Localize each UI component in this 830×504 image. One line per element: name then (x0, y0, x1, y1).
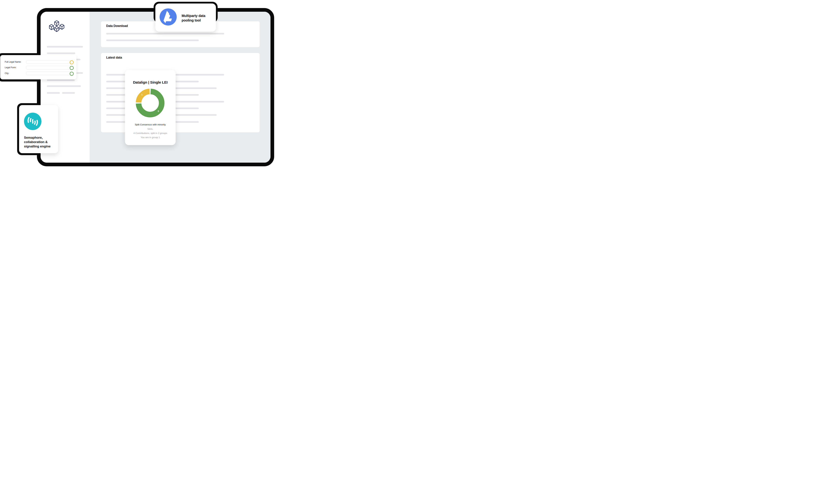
form-row: Full Legal Name: (0, 60, 76, 64)
datalign-title: Datalign | Single LEI (125, 80, 175, 85)
multiparty-tool-card: Multiparty datapooling tool (155, 3, 216, 32)
donut-segment-label: 1 (140, 94, 143, 96)
skeleton-bar (47, 92, 60, 94)
skeleton-bar (47, 46, 83, 47)
multiparty-m-bolt-icon (160, 8, 177, 26)
form-field-input[interactable] (26, 60, 71, 64)
card-title: Latest data (106, 56, 122, 60)
consensus-detail: 4 Contributions, split in 2 groups (125, 132, 175, 134)
donut-segment-label: 3 (157, 110, 160, 112)
field-status-ring-icon (70, 60, 74, 64)
field-status-ring-icon (70, 72, 74, 76)
donut-segment (138, 92, 150, 102)
lei-lookup-form-card: Full Legal Name:Legal Form:City: (0, 55, 76, 79)
form-field-input[interactable] (26, 71, 71, 75)
semaphore-title: Semaphore,collaboration &signalling engi… (24, 135, 51, 148)
form-field-input[interactable] (26, 66, 71, 69)
skeleton-bar (47, 85, 81, 87)
form-field-label: Full Legal Name: (5, 61, 21, 63)
consensus-group-note: You are in group 1 (125, 136, 175, 139)
form-field-label: City: (5, 72, 9, 74)
field-status-ring-icon (70, 66, 74, 70)
datalign-card: Datalign | Single LEI 31 Split Consensus… (125, 70, 175, 145)
skeleton-bar (106, 33, 224, 34)
illustration-stage: Danie Data Download Latest data Multipar… (0, 0, 274, 167)
form-row: Legal Form: (0, 66, 76, 69)
consensus-donut-chart (134, 87, 166, 119)
skeleton-bar (106, 39, 199, 41)
semaphore-card: Semaphore,collaboration &signalling engi… (19, 105, 58, 153)
consensus-caption: Split Consensus with minority (125, 123, 175, 126)
card-title: Data Download (106, 24, 128, 28)
skeleton-bar (62, 92, 75, 94)
danie-logo-icon (49, 21, 65, 32)
skeleton-bar (47, 53, 75, 54)
consensus-code: 54AL (125, 128, 175, 130)
form-field-label: Legal Form: (5, 66, 17, 69)
multiparty-title: Multiparty datapooling tool (182, 14, 205, 23)
signal-waves-icon (24, 113, 41, 130)
form-row: City: (0, 71, 76, 75)
skeleton-bar (47, 79, 75, 81)
